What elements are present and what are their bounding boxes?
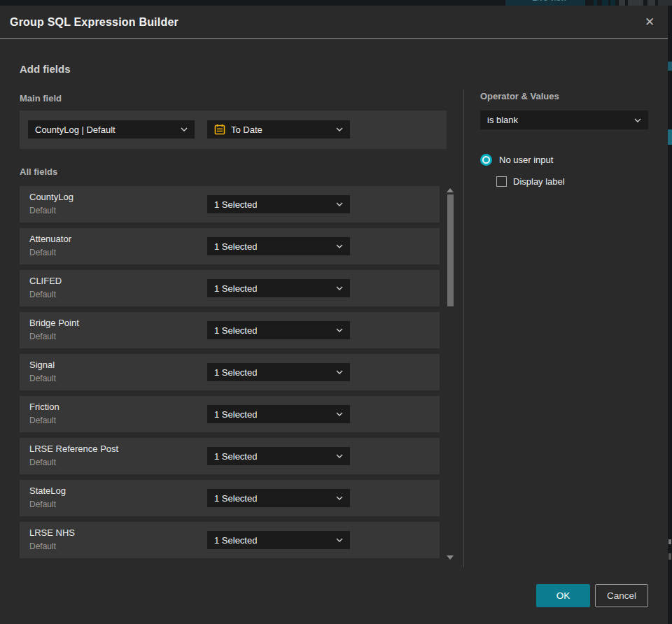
field-name: LRSE Reference Post (29, 444, 118, 454)
background-fragment (658, 0, 672, 6)
field-selected-value: 1 Selected (214, 241, 257, 252)
field-selected-value: 1 Selected (214, 493, 257, 504)
chevron-down-icon (336, 454, 343, 458)
field-selected-value: 1 Selected (214, 535, 257, 546)
dialog-title: Group SQL Expression Builder (10, 16, 178, 29)
radio-dot (484, 157, 489, 162)
main-field-label: Main field (20, 93, 62, 104)
live-view-label: Live view (532, 0, 566, 3)
close-icon[interactable]: ✕ (641, 14, 658, 31)
display-label-text: Display label (513, 176, 565, 187)
all-fields-list: CountyLogDefault1 SelectedAttenuatorDefa… (20, 186, 440, 560)
background-fragment (610, 0, 615, 6)
background-fragment (648, 0, 655, 6)
field-subtitle: Default (29, 541, 56, 551)
field-type-dropdown-value: To Date (231, 125, 262, 135)
main-field-panel: CountyLog | Default To Date (20, 111, 447, 149)
field-subtitle: Default (29, 290, 56, 299)
field-selected-dropdown[interactable]: 1 Selected (207, 237, 350, 255)
chevron-down-icon (336, 538, 343, 542)
main-field-dropdown-value: CountyLog | Default (35, 125, 115, 135)
field-selected-value: 1 Selected (214, 283, 257, 294)
field-subtitle: Default (29, 332, 56, 341)
chevron-down-icon (336, 244, 343, 248)
field-name: Attenuator (29, 234, 71, 244)
field-subtitle: Default (29, 374, 56, 383)
field-selected-dropdown[interactable]: 1 Selected (207, 447, 350, 465)
field-selected-value: 1 Selected (214, 367, 257, 378)
chevron-down-icon (336, 328, 343, 332)
ok-button[interactable]: OK (536, 584, 590, 607)
display-label-option[interactable]: Display label (496, 176, 565, 187)
operator-values-label: Operator & Values (480, 91, 559, 101)
field-selected-dropdown[interactable]: 1 Selected (207, 531, 350, 549)
field-type-dropdown[interactable]: To Date (207, 120, 350, 139)
no-user-input-label: No user input (499, 155, 553, 165)
background-fragment (594, 0, 597, 6)
field-subtitle: Default (29, 499, 56, 509)
field-selected-value: 1 Selected (214, 325, 257, 336)
background-fragment (602, 0, 608, 6)
field-selected-dropdown[interactable]: 1 Selected (207, 321, 350, 339)
field-selected-dropdown[interactable]: 1 Selected (207, 489, 350, 507)
field-row: Bridge PointDefault1 Selected (20, 312, 440, 348)
chevron-down-icon (336, 286, 343, 290)
field-selected-value: 1 Selected (214, 199, 257, 210)
background-fragment (668, 129, 672, 145)
field-selected-dropdown[interactable]: 1 Selected (207, 279, 350, 297)
chevron-down-icon (336, 412, 343, 416)
scroll-up-icon[interactable] (447, 188, 454, 192)
scrollbar-thumb[interactable] (447, 194, 454, 306)
field-selected-dropdown[interactable]: 1 Selected (207, 405, 350, 423)
field-name: LRSE NHS (29, 527, 75, 538)
field-row: FrictionDefault1 Selected (20, 396, 440, 432)
field-row: LRSE Reference PostDefault1 Selected (20, 438, 440, 474)
operator-dropdown[interactable]: is blank (480, 111, 648, 129)
chevron-down-icon (336, 496, 343, 500)
live-view-button: Live view (505, 0, 585, 6)
field-row: SignalDefault1 Selected (20, 354, 440, 390)
field-row: CountyLogDefault1 Selected (20, 186, 440, 222)
no-user-input-option[interactable]: No user input (480, 154, 553, 166)
background-fragment (628, 0, 643, 6)
field-selected-value: 1 Selected (214, 409, 257, 420)
field-selected-value: 1 Selected (214, 451, 257, 462)
field-name: CountyLog (29, 192, 74, 202)
field-row: CLIFEDDefault1 Selected (20, 270, 440, 306)
panel-divider (463, 90, 464, 567)
cancel-button[interactable]: Cancel (595, 584, 648, 607)
main-field-dropdown[interactable]: CountyLog | Default (28, 120, 195, 139)
background-fragment (668, 539, 671, 544)
operator-dropdown-value: is blank (487, 115, 518, 125)
field-name: Bridge Point (29, 318, 79, 328)
field-name: StateLog (29, 485, 66, 496)
field-row: AttenuatorDefault1 Selected (20, 228, 440, 264)
chevron-down-icon (336, 202, 343, 206)
chevron-down-icon (181, 127, 188, 132)
chevron-down-icon (336, 127, 343, 132)
calendar-icon (214, 124, 225, 135)
add-fields-heading: Add fields (20, 63, 71, 75)
field-row: LRSE NHSDefault1 Selected (20, 522, 440, 558)
field-subtitle: Default (29, 458, 56, 467)
field-subtitle: Default (29, 206, 56, 215)
all-fields-label: All fields (20, 166, 57, 177)
field-subtitle: Default (29, 248, 56, 257)
field-selected-dropdown[interactable]: 1 Selected (207, 195, 350, 213)
field-name: Friction (29, 402, 59, 412)
field-name: Signal (29, 360, 55, 370)
background-fragment (619, 0, 625, 6)
chevron-down-icon (634, 118, 641, 122)
field-subtitle: Default (29, 416, 56, 425)
dialog-header: Group SQL Expression Builder ✕ (0, 6, 668, 39)
chevron-down-icon (336, 370, 343, 374)
background-fragment (668, 62, 672, 71)
background-fragment (668, 553, 671, 560)
scroll-down-icon[interactable] (447, 555, 454, 560)
checkbox-unchecked-icon[interactable] (496, 176, 507, 187)
background-app-right-strip (668, 6, 672, 624)
group-sql-expression-builder-dialog: Group SQL Expression Builder ✕ Add field… (0, 6, 668, 624)
field-selected-dropdown[interactable]: 1 Selected (207, 363, 350, 381)
radio-checked-icon[interactable] (480, 154, 492, 166)
field-row: StateLogDefault1 Selected (20, 480, 440, 516)
